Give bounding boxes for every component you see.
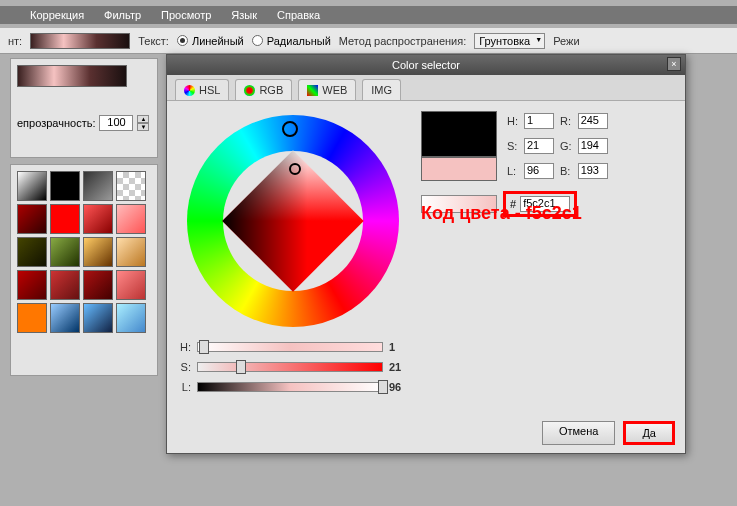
swatch[interactable]	[116, 204, 146, 234]
color-wheel[interactable]	[187, 115, 399, 327]
s-field-label: S:	[507, 140, 518, 152]
radio-linear-label: Линейный	[192, 35, 244, 47]
radio-radial-label: Радиальный	[267, 35, 331, 47]
s-slider[interactable]	[197, 362, 383, 372]
close-icon[interactable]: ×	[667, 57, 681, 71]
opacity-spinner[interactable]: ▲▼	[137, 115, 149, 131]
h-field[interactable]: 1	[524, 113, 554, 129]
dialog-titlebar[interactable]: Color selector ×	[167, 55, 685, 75]
web-grid-icon	[307, 85, 318, 96]
swatch[interactable]	[17, 237, 47, 267]
rgb-icon	[244, 85, 255, 96]
h-slider-value: 1	[389, 341, 409, 353]
swatch[interactable]	[17, 303, 47, 333]
l-field-label: L:	[507, 165, 518, 177]
swatch[interactable]	[116, 270, 146, 300]
tab-web[interactable]: WEB	[298, 79, 356, 100]
swatch[interactable]	[50, 237, 80, 267]
gradient-panel: епрозрачность: 100 ▲▼	[10, 58, 158, 158]
menu-bar: Коррекция Фильтр Просмотр Язык Справка	[0, 6, 737, 24]
swatch[interactable]	[116, 303, 146, 333]
dialog-title: Color selector	[392, 59, 460, 71]
b-field[interactable]: 193	[578, 163, 608, 179]
regime-label: Режи	[553, 35, 579, 47]
method-label: Метод распространения:	[339, 35, 466, 47]
hsl-wheel-icon	[184, 85, 195, 96]
swatch[interactable]	[50, 303, 80, 333]
ok-button[interactable]: Да	[623, 421, 675, 445]
menu-view[interactable]: Просмотр	[161, 9, 211, 21]
opacity-input[interactable]: 100	[99, 115, 133, 131]
menu-language[interactable]: Язык	[231, 9, 257, 21]
tab-img[interactable]: IMG	[362, 79, 401, 100]
g-field-label: G:	[560, 140, 572, 152]
l-slider[interactable]	[197, 382, 383, 392]
swatch[interactable]	[50, 204, 80, 234]
gradient-strip[interactable]	[17, 65, 127, 87]
g-field[interactable]: 194	[578, 138, 608, 154]
opacity-label: епрозрачность:	[17, 117, 95, 129]
swatch[interactable]	[17, 204, 47, 234]
swatch[interactable]	[17, 270, 47, 300]
radio-linear-group[interactable]: Линейный	[177, 35, 244, 47]
menu-help[interactable]: Справка	[277, 9, 320, 21]
s-slider-value: 21	[389, 361, 409, 373]
swatch[interactable]	[83, 237, 113, 267]
swatch[interactable]	[83, 303, 113, 333]
color-selector-dialog: Color selector × HSL RGB WEB IMG H: 1 S:…	[166, 54, 686, 454]
h-field-label: H:	[507, 115, 518, 127]
old-color-preview[interactable]	[421, 111, 497, 157]
radio-radial-group[interactable]: Радиальный	[252, 35, 331, 47]
swatch[interactable]	[116, 171, 146, 201]
s-slider-label: S:	[177, 361, 191, 373]
l-slider-label: L:	[177, 381, 191, 393]
annotation-text: Код цвета - f5c2c1	[421, 203, 582, 224]
b-field-label: B:	[560, 165, 572, 177]
dialog-right-column: H:1 R:245 S:21 G:194 L:96 B:193 # f5c2c1…	[421, 111, 675, 401]
dialog-tabs: HSL RGB WEB IMG	[167, 75, 685, 101]
tab-rgb[interactable]: RGB	[235, 79, 292, 100]
swatch[interactable]	[17, 171, 47, 201]
value-grid: H:1 R:245 S:21 G:194 L:96 B:193	[507, 111, 608, 181]
swatch-panel	[10, 164, 158, 376]
text-label: Текст:	[138, 35, 169, 47]
swatch[interactable]	[50, 270, 80, 300]
cancel-button[interactable]: Отмена	[542, 421, 615, 445]
swatch[interactable]	[116, 237, 146, 267]
r-field[interactable]: 245	[578, 113, 608, 129]
h-slider-label: H:	[177, 341, 191, 353]
wheel-area: H: 1 S: 21 L: 96	[177, 111, 409, 401]
l-slider-value: 96	[389, 381, 409, 393]
menu-correction[interactable]: Коррекция	[30, 9, 84, 21]
new-color-preview[interactable]	[421, 157, 497, 181]
l-field[interactable]: 96	[524, 163, 554, 179]
gradient-preview[interactable]	[30, 33, 130, 49]
toolbar: нт: Текст: Линейный Радиальный Метод рас…	[0, 28, 737, 54]
sl-marker[interactable]	[289, 163, 301, 175]
method-dropdown[interactable]: Грунтовка	[474, 33, 545, 49]
r-field-label: R:	[560, 115, 572, 127]
s-field[interactable]: 21	[524, 138, 554, 154]
menu-filter[interactable]: Фильтр	[104, 9, 141, 21]
h-slider[interactable]	[197, 342, 383, 352]
toolbar-nt-label: нт:	[8, 35, 22, 47]
swatch[interactable]	[83, 171, 113, 201]
radio-radial[interactable]	[252, 35, 263, 46]
swatch[interactable]	[83, 270, 113, 300]
tab-hsl[interactable]: HSL	[175, 79, 229, 100]
swatch[interactable]	[50, 171, 80, 201]
hue-marker[interactable]	[282, 121, 298, 137]
radio-linear[interactable]	[177, 35, 188, 46]
swatch[interactable]	[83, 204, 113, 234]
